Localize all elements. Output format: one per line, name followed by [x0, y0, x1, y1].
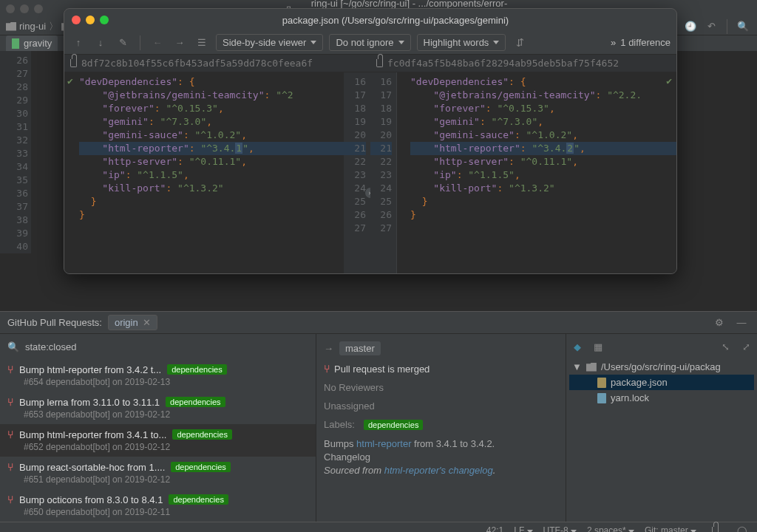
search-icon: 🔍: [7, 341, 19, 352]
go-file-icon: [12, 38, 19, 49]
highlight-dropdown[interactable]: Highlight words: [417, 34, 506, 51]
status-ok-icon: ✔: [666, 75, 672, 86]
pr-search-field[interactable]: 🔍 state:closed: [0, 334, 316, 359]
dependencies-badge: dependencies: [166, 397, 225, 407]
git-branch[interactable]: Git: master: [645, 525, 696, 532]
back-icon[interactable]: ←: [149, 35, 166, 51]
pr-title: Bump lerna from 3.11.0 to 3.11.1: [19, 397, 160, 408]
pr-title: Bump react-sortable-hoc from 1....: [19, 462, 165, 473]
folder-icon: [6, 22, 16, 31]
diff-right-code[interactable]: "devDependencies": { "@jetbrains/gemini-…: [397, 72, 676, 274]
dependencies-badge: dependencies: [167, 364, 227, 375]
pr-title: Bump html-reporter from 3.4.1 to...: [19, 429, 166, 440]
lock-icon: [376, 59, 383, 67]
breadcrumb-segment[interactable]: ring-ui〉: [6, 20, 58, 33]
pr-subtitle: #654 dependabot[bot] on 2019-02-13: [7, 377, 308, 387]
pr-title: Bump html-reporter from 3.4.2 t...: [19, 364, 161, 375]
lock-file-icon: [597, 393, 606, 403]
notifications-icon[interactable]: ◯: [733, 522, 750, 532]
tree-file[interactable]: yarn.lock: [569, 390, 754, 406]
editor-tab[interactable]: gravity: [6, 35, 58, 51]
pr-subtitle: #653 dependabot[bot] on 2019-02-12: [7, 409, 308, 420]
pr-subtitle: #651 dependabot[bot] on 2019-02-12: [7, 474, 308, 485]
target-branch[interactable]: master: [339, 341, 381, 355]
collapse-unchanged-icon[interactable]: ⇵: [512, 35, 528, 51]
lock-icon: [70, 59, 77, 67]
vcs-history-icon[interactable]: 🕘: [682, 18, 699, 35]
dependencies-badge: dependencies: [169, 494, 228, 505]
right-revision: fc0df4a5f5b48ba6f28294ab95deb5baf75f4652: [370, 55, 676, 72]
prev-diff-icon[interactable]: ↑: [70, 35, 86, 51]
pull-request-icon: ⑂: [7, 461, 13, 473]
label-badge: dependencies: [364, 420, 424, 430]
readonly-lock-icon[interactable]: [707, 522, 723, 532]
popup-close-icon[interactable]: [72, 16, 81, 24]
pull-request-icon: ⑂: [7, 364, 13, 375]
expand-icon: ▼: [572, 361, 582, 372]
pr-subtitle: #650 dependabot[bot] on 2019-02-11: [7, 507, 308, 517]
pr-list-item[interactable]: ⑂Bump html-reporter from 3.4.2 t...depen…: [0, 359, 316, 392]
editor-gutter: 262728293031323334353637383940: [0, 51, 31, 253]
window-zoom-icon[interactable]: [34, 4, 43, 13]
settings-icon[interactable]: ⚙: [711, 315, 727, 331]
pr-description: Bumps html-reporter from 3.4.1 to 3.4.2.…: [324, 437, 558, 478]
changelog-link[interactable]: html-reporter's changelog: [384, 465, 493, 476]
dependencies-badge: dependencies: [171, 462, 231, 472]
edit-icon[interactable]: ✎: [115, 35, 131, 51]
show-diff-icon[interactable]: ◆: [569, 338, 585, 355]
forward-icon[interactable]: →: [172, 35, 188, 51]
pr-subtitle: #652 dependabot[bot] on 2019-02-12: [7, 442, 308, 452]
pr-list-item[interactable]: ⑂Bump octicons from 8.3.0 to 8.4.1depend…: [0, 489, 316, 522]
status-bar: 42:1 LF UTF-8 2 spaces* Git: master ◯: [0, 522, 757, 532]
pr-title: Bump octicons from 8.3.0 to 8.4.1: [19, 494, 163, 505]
diff-mode-dropdown[interactable]: Side-by-side viewer: [216, 34, 323, 51]
diff-left-gutter: 161718192021222324252627: [344, 72, 370, 274]
diff-viewer-popup: package.json (/Users/go/src/ring-ui/pack…: [64, 8, 677, 274]
list-icon[interactable]: ☰: [194, 35, 210, 51]
search-everywhere-icon[interactable]: 🔍: [735, 18, 751, 35]
json-file-icon: [597, 378, 606, 388]
merge-status: ⑂Pull request is merged: [324, 363, 558, 375]
window-minimize-icon[interactable]: [20, 4, 29, 13]
pull-request-icon: ⑂: [7, 494, 13, 505]
remote-tab[interactable]: origin✕: [108, 315, 157, 330]
file-encoding[interactable]: UTF-8: [543, 525, 577, 532]
tree-file[interactable]: package.json: [569, 375, 754, 390]
arrow-right-icon: →: [324, 343, 333, 354]
diff-left-code[interactable]: "devDependencies": { "@jetbrains/gemini-…: [64, 72, 344, 274]
pr-list-item[interactable]: ⑂Bump lerna from 3.11.0 to 3.11.1depende…: [0, 392, 316, 424]
diff-right-gutter: 161718192021222324252627: [370, 72, 397, 274]
pull-request-icon: ⑂: [324, 363, 330, 375]
hide-panel-icon[interactable]: —: [733, 315, 750, 331]
pr-list-item[interactable]: ⑂Bump react-sortable-hoc from 1....depen…: [0, 457, 316, 489]
line-separator[interactable]: LF: [514, 525, 532, 532]
group-by-icon[interactable]: ▦: [590, 338, 606, 355]
left-revision: 8df72c8b104f55c6fb453adf5a59dd78c0feea6f: [64, 55, 370, 72]
window-close-icon[interactable]: [6, 4, 15, 13]
tree-folder[interactable]: ▼/Users/go/src/ring-ui/packag: [569, 359, 754, 375]
popup-zoom-icon[interactable]: [100, 16, 109, 24]
diff-popup-title: package.json (/Users/go/src/ring-ui/pack…: [122, 15, 669, 26]
package-link[interactable]: html-reporter: [356, 438, 411, 449]
pull-request-icon: ⑂: [7, 396, 13, 408]
reviewers-field: No Reviewers: [324, 382, 558, 393]
vcs-revert-icon[interactable]: ↶: [703, 18, 719, 35]
collapse-all-icon[interactable]: ⤢: [738, 338, 754, 355]
popup-minimize-icon[interactable]: [86, 16, 95, 24]
ignore-dropdown[interactable]: Do not ignore: [329, 34, 410, 51]
pr-list-item[interactable]: ⑂Bump html-reporter from 3.4.1 to...depe…: [0, 424, 316, 457]
expand-all-icon[interactable]: ⤡: [717, 338, 733, 355]
dependencies-badge: dependencies: [172, 429, 232, 440]
caret-position[interactable]: 42:1: [486, 525, 503, 532]
next-diff-icon[interactable]: ↓: [92, 35, 109, 51]
tool-window-title: GitHub Pull Requests:: [7, 317, 102, 328]
labels-label: Labels:: [324, 419, 355, 430]
indent-config[interactable]: 2 spaces*: [587, 525, 634, 532]
folder-icon: [586, 363, 597, 372]
assignee-field: Unassigned: [324, 400, 558, 412]
diff-count: » 1 difference: [611, 37, 671, 48]
pull-request-icon: ⑂: [7, 429, 13, 440]
pr-search-query: state:closed: [25, 341, 76, 352]
